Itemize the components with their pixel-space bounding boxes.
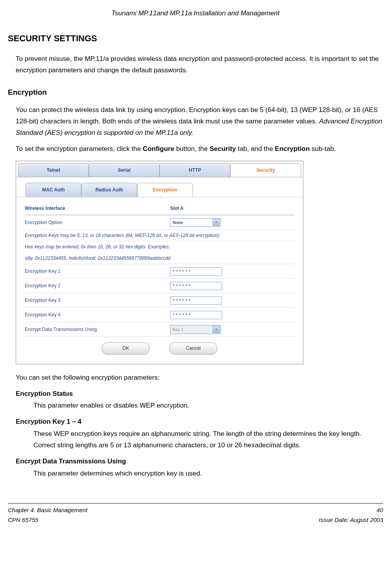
encryption-paragraph-2: To set the encryption parameters, click … (16, 143, 383, 155)
wireless-interface-label: Wireless Interface (25, 204, 170, 212)
tab-security[interactable]: Security (230, 163, 301, 177)
subtab-mac-auth[interactable]: MAC Auth (26, 183, 81, 197)
embedded-screenshot: Telnet Serial HTTP Security MAC Auth Rad… (16, 161, 303, 364)
ok-button[interactable]: OK (102, 342, 150, 354)
encryption-option-select[interactable]: None ▾ (170, 218, 221, 227)
tab-telnet[interactable]: Telnet (18, 163, 89, 177)
page-title: SECURITY SETTINGS (8, 31, 383, 46)
subtab-radius-auth[interactable]: Radius Auth (81, 183, 137, 197)
param-keys-text: These WEP encryption keys require an alp… (33, 428, 383, 451)
after-shot-text: You can set the following encryption par… (16, 372, 383, 384)
note-hex-2: silly, 0x1122334455, hellofishfood, 0x11… (25, 253, 294, 264)
key4-input[interactable]: ****** (170, 311, 222, 319)
using-select[interactable]: Key 1 ▾ (170, 325, 221, 334)
page-footer: Chapter 4. Basic Management CPN 65755 40… (8, 503, 383, 525)
key2-label: Encryption Key 2 (25, 282, 170, 290)
sub-tab-strip: MAC Auth Radius Auth Encryption (16, 177, 303, 197)
key3-input[interactable]: ****** (170, 296, 222, 305)
chevron-down-icon: ▾ (213, 326, 220, 333)
subtab-encryption[interactable]: Encryption (137, 183, 193, 197)
param-status-title: Encryption Status (16, 388, 383, 400)
key2-input[interactable]: ****** (170, 282, 222, 290)
key1-input[interactable]: ****** (170, 267, 222, 276)
param-using-text: This parameter determines which encrypti… (33, 468, 383, 480)
note-key-length: Encryption Keys may be 5, 13, or 16 char… (25, 230, 294, 241)
key1-label: Encryption Key 1 (25, 267, 170, 275)
param-keys-title: Encryption Key 1 – 4 (16, 416, 383, 428)
key4-label: Encryption Key 4 (25, 311, 170, 319)
note-hex-1: Hex keys may be entered, 0x then 10, 26,… (25, 241, 294, 252)
param-status-text: This parameter enables or disables WEP e… (33, 400, 383, 412)
param-using-title: Encrypt Data Transmissions Using (16, 456, 383, 467)
cancel-button[interactable]: Cancel (169, 342, 217, 354)
tab-http[interactable]: HTTP (160, 163, 230, 177)
tab-serial[interactable]: Serial (89, 163, 160, 177)
section-encryption: Encryption (8, 86, 383, 99)
top-tab-strip: Telnet Serial HTTP Security (16, 161, 303, 177)
key3-label: Encryption Key 3 (25, 296, 170, 304)
intro-paragraph: To prevent misuse, the MP.11/a provides … (16, 53, 383, 76)
using-label: Encrypt Data Transmissions Using (25, 325, 170, 333)
doc-header: Tsunami MP.11and MP.11a Installation and… (8, 8, 383, 19)
slot-label: Slot A (170, 204, 184, 212)
footer-chapter: Chapter 4. Basic Management (8, 505, 88, 515)
encryption-paragraph-1: You can protect the wireless data link b… (16, 105, 383, 139)
config-panel: Wireless Interface Slot A Encryption Opt… (16, 197, 303, 364)
encryption-option-label: Encryption Option (25, 219, 170, 226)
footer-page-number: 40 (319, 505, 383, 515)
footer-issue-date: Issue Date: August 2003 (319, 515, 383, 525)
chevron-down-icon: ▾ (213, 219, 220, 226)
footer-cpn: CPN 65755 (8, 515, 88, 525)
